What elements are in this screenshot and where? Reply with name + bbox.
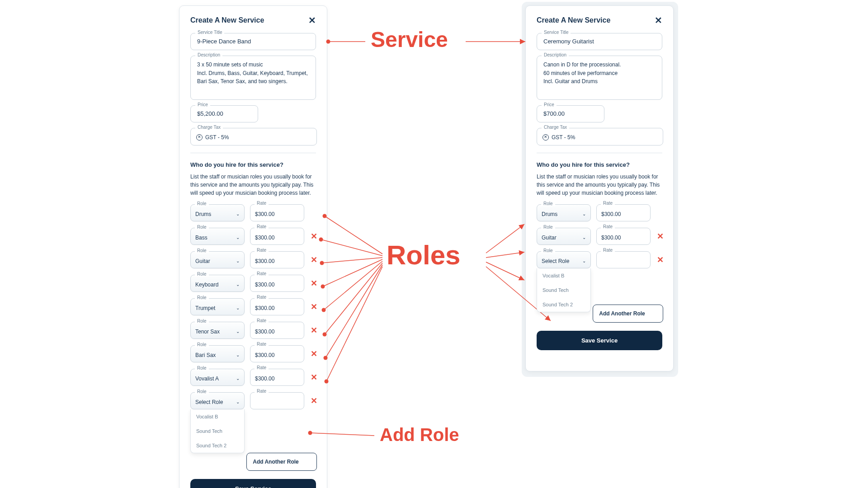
remove-role-icon[interactable]: ✕ bbox=[310, 279, 317, 287]
role-select[interactable]: Trumpet⌄ bbox=[190, 298, 245, 315]
rate-input[interactable] bbox=[596, 228, 651, 245]
rate-input[interactable] bbox=[250, 251, 304, 268]
role-select[interactable]: Keyboard⌄ bbox=[190, 275, 245, 292]
price-field[interactable]: Price bbox=[190, 105, 258, 122]
price-input[interactable] bbox=[196, 110, 252, 117]
dropdown-option[interactable]: Vocalist B bbox=[537, 268, 590, 283]
remove-role-icon[interactable]: ✕ bbox=[656, 232, 664, 240]
tax-chip-label: GST - 5% bbox=[205, 134, 229, 141]
create-service-dialog-right: Create A New Service ✕ Service Title Des… bbox=[525, 5, 674, 371]
tax-chip[interactable]: ✕ GST - 5% bbox=[542, 134, 575, 141]
role-select[interactable]: Tenor Sax⌄ bbox=[190, 322, 245, 339]
role-select[interactable]: Bass⌄ bbox=[190, 228, 245, 245]
description-input[interactable]: Canon in D for the processional. 60 minu… bbox=[542, 60, 656, 93]
role-select[interactable]: Guitar⌄ bbox=[190, 251, 245, 268]
rate-input-empty[interactable] bbox=[250, 392, 304, 409]
dropdown-option[interactable]: Sound Tech bbox=[191, 424, 244, 438]
save-service-button[interactable]: Save Service bbox=[190, 479, 316, 488]
divider bbox=[537, 153, 662, 153]
dropdown-option[interactable]: Sound Tech 2 bbox=[537, 297, 590, 312]
svg-line-6 bbox=[323, 259, 382, 286]
role-label: Role bbox=[195, 225, 209, 230]
remove-role-icon[interactable]: ✕ bbox=[310, 303, 317, 311]
role-select[interactable]: Guitar⌄ bbox=[537, 228, 591, 245]
remove-role-icon[interactable]: ✕ bbox=[310, 373, 317, 381]
description-field[interactable]: Description 3 x 50 minute sets of music … bbox=[190, 56, 316, 100]
svg-line-10 bbox=[326, 267, 382, 381]
rate-input[interactable] bbox=[250, 345, 304, 362]
charge-tax-label: Charge Tax bbox=[542, 125, 569, 130]
role-select[interactable]: Bari Sax⌄ bbox=[190, 345, 245, 362]
remove-role-icon[interactable]: ✕ bbox=[310, 232, 317, 240]
role-row-open: Role Select Role ⌄ Vocalist BSound TechS… bbox=[190, 392, 316, 409]
dropdown-option[interactable]: Sound Tech 2 bbox=[191, 438, 244, 453]
dropdown-option[interactable]: Sound Tech bbox=[537, 283, 590, 297]
add-role-button[interactable]: Add Another Role bbox=[593, 305, 663, 323]
price-field[interactable]: Price bbox=[537, 105, 604, 122]
role-select-open[interactable]: Select Role ⌄ bbox=[537, 251, 591, 268]
service-title-input[interactable] bbox=[542, 38, 656, 45]
divider bbox=[190, 153, 316, 153]
charge-tax-field[interactable]: Charge Tax ✕ GST - 5% bbox=[537, 128, 663, 145]
close-icon[interactable]: ✕ bbox=[308, 16, 316, 25]
role-select-value: Vovalist A bbox=[195, 375, 219, 382]
charge-tax-field[interactable]: Charge Tax ✕ GST - 5% bbox=[190, 128, 317, 145]
rate-input[interactable] bbox=[250, 298, 304, 315]
rate-label: Rate bbox=[255, 365, 269, 370]
charge-tax-label: Charge Tax bbox=[195, 125, 223, 130]
remove-role-icon[interactable]: ✕ bbox=[656, 256, 664, 264]
chevron-down-icon: ⌄ bbox=[236, 235, 240, 240]
price-input[interactable] bbox=[542, 110, 599, 117]
description-field[interactable]: Description Canon in D for the processio… bbox=[537, 56, 662, 100]
rate-input[interactable] bbox=[250, 322, 304, 339]
role-row: RoleKeyboard⌄Rate✕ bbox=[190, 275, 316, 292]
service-title-input[interactable] bbox=[196, 38, 310, 45]
role-row: RoleBass⌄Rate✕ bbox=[190, 228, 316, 245]
rate-label: Rate bbox=[601, 224, 615, 229]
close-icon[interactable]: ✕ bbox=[655, 16, 662, 25]
service-title-field[interactable]: Service Title bbox=[537, 33, 662, 50]
rate-label: Rate bbox=[255, 295, 269, 300]
add-role-button[interactable]: Add Another Role bbox=[246, 453, 317, 471]
rate-label: Rate bbox=[255, 389, 269, 394]
remove-role-icon[interactable]: ✕ bbox=[310, 256, 317, 264]
svg-line-12 bbox=[486, 252, 524, 258]
rate-label: Rate bbox=[601, 201, 615, 206]
svg-line-5 bbox=[322, 258, 382, 263]
rate-input[interactable] bbox=[250, 204, 304, 221]
description-input[interactable]: 3 x 50 minute sets of music Incl. Drums,… bbox=[196, 60, 310, 93]
role-select[interactable]: Drums⌄ bbox=[537, 204, 591, 221]
rate-label: Rate bbox=[255, 271, 269, 276]
remove-role-icon[interactable]: ✕ bbox=[310, 350, 317, 358]
service-title-label: Service Title bbox=[195, 30, 224, 35]
dropdown-option[interactable]: Vocalist B bbox=[191, 409, 244, 424]
role-select-value: Trumpet bbox=[195, 305, 215, 311]
role-label: Role bbox=[541, 225, 555, 230]
save-service-button[interactable]: Save Service bbox=[537, 331, 662, 350]
tax-chip[interactable]: ✕ GST - 5% bbox=[196, 134, 229, 141]
role-row: RoleGuitar⌄Rate✕ bbox=[537, 228, 662, 245]
remove-tax-icon[interactable]: ✕ bbox=[542, 134, 549, 141]
svg-line-8 bbox=[325, 263, 382, 334]
service-title-field[interactable]: Service Title bbox=[190, 33, 316, 50]
role-select-open[interactable]: Select Role ⌄ bbox=[190, 392, 245, 409]
rate-input[interactable] bbox=[250, 275, 304, 292]
remove-role-icon[interactable]: ✕ bbox=[310, 397, 317, 405]
dialog-title: Create A New Service bbox=[537, 16, 610, 24]
chevron-down-icon: ⌄ bbox=[236, 305, 240, 310]
role-select[interactable]: Vovalist A⌄ bbox=[190, 369, 245, 386]
rate-input[interactable] bbox=[250, 228, 304, 245]
role-row: RoleBari Sax⌄Rate✕ bbox=[190, 345, 316, 362]
create-service-dialog-left: Create A New Service ✕ Service Title Des… bbox=[179, 5, 327, 488]
rate-input[interactable] bbox=[596, 204, 651, 221]
svg-line-7 bbox=[324, 261, 382, 310]
remove-tax-icon[interactable]: ✕ bbox=[196, 134, 203, 141]
role-dropdown: Vocalist BSound TechSound Tech 2 bbox=[537, 268, 591, 312]
role-select-value: Bari Sax bbox=[195, 352, 216, 358]
rate-input[interactable] bbox=[250, 369, 304, 386]
rate-input-empty[interactable] bbox=[596, 251, 651, 268]
role-row: RoleTenor Sax⌄Rate✕ bbox=[190, 322, 316, 339]
svg-line-3 bbox=[325, 216, 382, 254]
role-select[interactable]: Drums⌄ bbox=[190, 204, 245, 221]
remove-role-icon[interactable]: ✕ bbox=[310, 326, 317, 334]
